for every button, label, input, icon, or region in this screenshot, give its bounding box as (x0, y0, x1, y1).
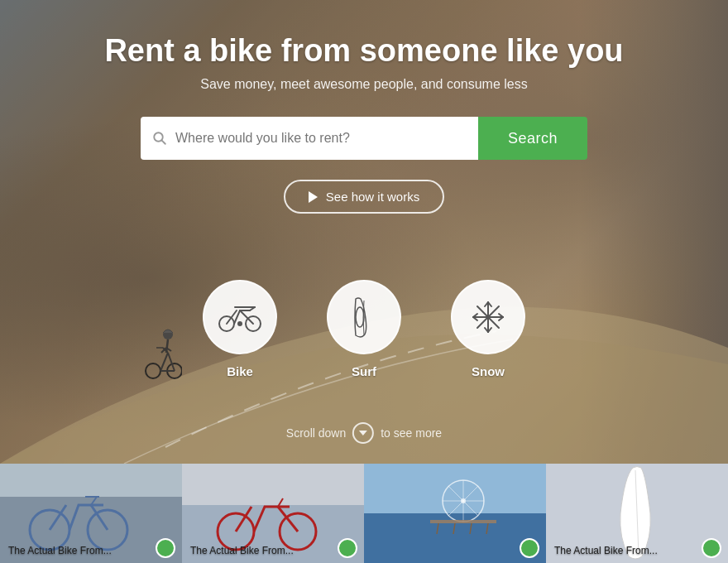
surf-label: Surf (352, 364, 376, 378)
category-snow[interactable]: Snow (451, 280, 525, 378)
thumbnail-4[interactable]: The Actual Bike From... (546, 464, 728, 563)
category-surf[interactable]: Surf (327, 280, 401, 378)
thumb1-label: The Actual Bike From... (8, 545, 112, 556)
categories-row: Bike Surf (203, 280, 525, 378)
scroll-down-label: Scroll down (286, 426, 346, 440)
snow-icon (470, 299, 506, 335)
hero-section: Rent a bike from someone like you Save m… (0, 0, 728, 464)
scroll-circle (352, 422, 374, 444)
thumbnail-1[interactable]: The Actual Bike From... (0, 464, 182, 563)
snow-circle (451, 280, 525, 354)
play-icon (309, 191, 318, 203)
svg-point-18 (238, 322, 242, 325)
thumbnail-row: The Actual Bike From... The Actual Bike … (0, 464, 728, 563)
thumb4-avatar (702, 538, 721, 558)
svg-rect-56 (430, 520, 496, 523)
scroll-down[interactable]: Scroll down to see more (286, 422, 442, 444)
snow-label: Snow (472, 364, 505, 378)
scroll-down-suffix: to see more (381, 426, 442, 440)
category-bike[interactable]: Bike (203, 280, 277, 378)
hero-subtitle: Save money, meet awesome people, and con… (200, 77, 527, 92)
bike-label: Bike (227, 364, 253, 378)
scroll-arrow-icon (359, 431, 367, 435)
thumb2-avatar (338, 538, 357, 558)
search-button[interactable]: Search (478, 117, 587, 160)
bike-icon (218, 302, 261, 332)
how-it-works-label: See how it works (326, 190, 419, 204)
search-input-wrapper (141, 117, 478, 160)
svg-rect-49 (364, 464, 546, 513)
svg-point-19 (356, 307, 364, 327)
thumbnail-3[interactable] (364, 464, 546, 563)
surf-icon (349, 296, 379, 339)
search-icon (152, 131, 167, 146)
bike-circle (203, 280, 277, 354)
surf-circle (327, 280, 401, 354)
svg-line-12 (162, 141, 165, 144)
thumb1-avatar (156, 538, 175, 558)
thumb3-bg (364, 464, 546, 563)
thumbnail-2[interactable]: The Actual Bike From... (182, 464, 364, 563)
thumb4-label: The Actual Bike From... (554, 545, 658, 556)
how-it-works-button[interactable]: See how it works (284, 180, 444, 214)
hero-title: Rent a bike from someone like you (104, 33, 623, 69)
search-input[interactable] (175, 131, 467, 146)
hero-content: Rent a bike from someone like you Save m… (0, 0, 728, 378)
thumb2-label: The Actual Bike From... (190, 545, 294, 556)
thumb3-avatar (520, 538, 539, 558)
search-bar: Search (141, 117, 587, 160)
